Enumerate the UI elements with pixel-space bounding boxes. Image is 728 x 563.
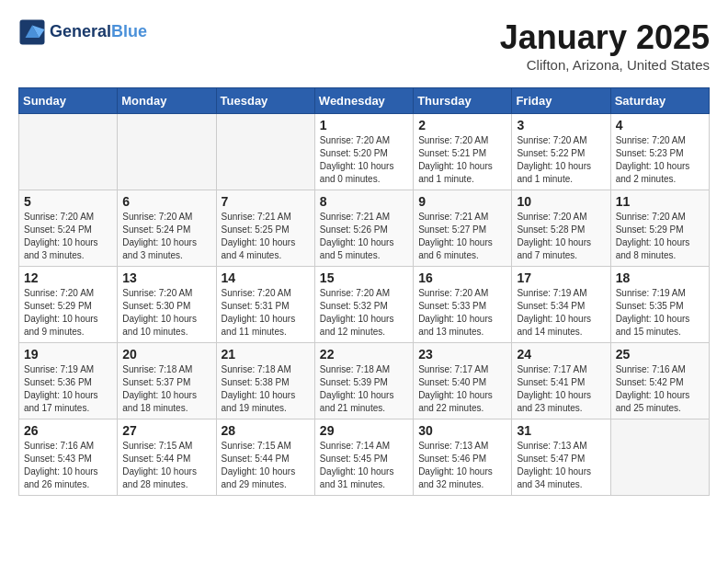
day-number: 24 [517,347,605,362]
day-info: Sunrise: 7:20 AMSunset: 5:30 PMDaylight:… [122,287,210,339]
day-info: Sunrise: 7:20 AMSunset: 5:24 PMDaylight:… [122,211,210,262]
day-info: Sunrise: 7:17 AMSunset: 5:41 PMDaylight:… [517,363,605,415]
day-info: Sunrise: 7:18 AMSunset: 5:38 PMDaylight:… [222,363,310,415]
day-info: Sunrise: 7:20 AMSunset: 5:24 PMDaylight:… [24,211,112,262]
day-number: 30 [418,423,506,438]
logo: GeneralBlue [18,18,147,46]
calendar-cell: 29Sunrise: 7:14 AMSunset: 5:45 PMDayligh… [314,419,413,496]
day-number: 4 [616,118,704,132]
day-info: Sunrise: 7:18 AMSunset: 5:39 PMDaylight:… [320,363,408,415]
col-header-wednesday: Wednesday [314,88,413,114]
day-info: Sunrise: 7:16 AMSunset: 5:42 PMDaylight:… [616,363,704,415]
day-number: 26 [24,423,112,438]
calendar-cell: 12Sunrise: 7:20 AMSunset: 5:29 PMDayligh… [19,267,118,343]
day-info: Sunrise: 7:20 AMSunset: 5:29 PMDaylight:… [24,287,112,339]
calendar-cell: 16Sunrise: 7:20 AMSunset: 5:33 PMDayligh… [414,267,512,343]
logo-icon [18,18,46,46]
day-number: 27 [122,423,210,438]
calendar-cell: 27Sunrise: 7:15 AMSunset: 5:44 PMDayligh… [118,419,216,496]
col-header-thursday: Thursday [414,88,512,114]
calendar-cell: 23Sunrise: 7:17 AMSunset: 5:40 PMDayligh… [414,343,512,419]
calendar-cell [118,114,216,190]
calendar-cell: 11Sunrise: 7:20 AMSunset: 5:29 PMDayligh… [610,190,709,267]
calendar: SundayMondayTuesdayWednesdayThursdayFrid… [18,87,710,496]
calendar-cell: 28Sunrise: 7:15 AMSunset: 5:44 PMDayligh… [216,419,314,496]
day-number: 17 [517,270,605,285]
calendar-cell: 2Sunrise: 7:20 AMSunset: 5:21 PMDaylight… [414,114,512,190]
col-header-friday: Friday [512,88,610,114]
calendar-cell: 3Sunrise: 7:20 AMSunset: 5:22 PMDaylight… [512,114,610,190]
location: Clifton, Arizona, United States [500,57,710,73]
day-info: Sunrise: 7:20 AMSunset: 5:31 PMDaylight:… [222,287,310,339]
calendar-week-5: 26Sunrise: 7:16 AMSunset: 5:43 PMDayligh… [19,419,710,496]
day-info: Sunrise: 7:15 AMSunset: 5:44 PMDaylight:… [122,440,210,491]
day-number: 13 [122,270,210,285]
day-number: 3 [517,118,605,132]
calendar-cell: 6Sunrise: 7:20 AMSunset: 5:24 PMDaylight… [118,190,216,267]
day-info: Sunrise: 7:21 AMSunset: 5:27 PMDaylight:… [418,211,506,262]
calendar-cell: 17Sunrise: 7:19 AMSunset: 5:34 PMDayligh… [512,267,610,343]
page-header: GeneralBlue January 2025 Clifton, Arizon… [18,18,710,73]
day-number: 1 [320,118,408,132]
calendar-cell: 5Sunrise: 7:20 AMSunset: 5:24 PMDaylight… [19,190,118,267]
month-title: January 2025 [500,18,710,57]
day-number: 19 [24,347,112,362]
calendar-week-4: 19Sunrise: 7:19 AMSunset: 5:36 PMDayligh… [19,343,710,419]
day-number: 31 [517,423,605,438]
day-info: Sunrise: 7:20 AMSunset: 5:20 PMDaylight:… [320,134,408,186]
calendar-cell: 21Sunrise: 7:18 AMSunset: 5:38 PMDayligh… [216,343,314,419]
calendar-cell: 24Sunrise: 7:17 AMSunset: 5:41 PMDayligh… [512,343,610,419]
day-number: 20 [122,347,210,362]
day-info: Sunrise: 7:20 AMSunset: 5:28 PMDaylight:… [517,211,605,262]
day-number: 10 [517,194,605,209]
calendar-cell: 10Sunrise: 7:20 AMSunset: 5:28 PMDayligh… [512,190,610,267]
calendar-cell: 22Sunrise: 7:18 AMSunset: 5:39 PMDayligh… [314,343,413,419]
calendar-cell: 15Sunrise: 7:20 AMSunset: 5:32 PMDayligh… [314,267,413,343]
day-number: 5 [24,194,112,209]
day-number: 21 [222,347,310,362]
calendar-cell: 14Sunrise: 7:20 AMSunset: 5:31 PMDayligh… [216,267,314,343]
day-number: 6 [122,194,210,209]
day-info: Sunrise: 7:18 AMSunset: 5:37 PMDaylight:… [122,363,210,415]
calendar-cell [19,114,118,190]
day-info: Sunrise: 7:14 AMSunset: 5:45 PMDaylight:… [320,440,408,491]
day-number: 2 [418,118,506,132]
day-info: Sunrise: 7:20 AMSunset: 5:33 PMDaylight:… [418,287,506,339]
day-number: 23 [418,347,506,362]
col-header-monday: Monday [118,88,216,114]
day-number: 9 [418,194,506,209]
calendar-cell: 19Sunrise: 7:19 AMSunset: 5:36 PMDayligh… [19,343,118,419]
day-info: Sunrise: 7:20 AMSunset: 5:29 PMDaylight:… [616,211,704,262]
calendar-cell: 7Sunrise: 7:21 AMSunset: 5:25 PMDaylight… [216,190,314,267]
day-info: Sunrise: 7:13 AMSunset: 5:46 PMDaylight:… [418,440,506,491]
calendar-cell: 4Sunrise: 7:20 AMSunset: 5:23 PMDaylight… [610,114,709,190]
calendar-header-row: SundayMondayTuesdayWednesdayThursdayFrid… [19,88,710,114]
day-info: Sunrise: 7:20 AMSunset: 5:32 PMDaylight:… [320,287,408,339]
day-number: 7 [222,194,310,209]
day-info: Sunrise: 7:19 AMSunset: 5:35 PMDaylight:… [616,287,704,339]
calendar-cell: 20Sunrise: 7:18 AMSunset: 5:37 PMDayligh… [118,343,216,419]
day-number: 15 [320,270,408,285]
day-number: 29 [320,423,408,438]
title-block: January 2025 Clifton, Arizona, United St… [500,18,710,73]
day-number: 28 [222,423,310,438]
day-number: 25 [616,347,704,362]
day-number: 14 [222,270,310,285]
day-info: Sunrise: 7:17 AMSunset: 5:40 PMDaylight:… [418,363,506,415]
calendar-cell: 30Sunrise: 7:13 AMSunset: 5:46 PMDayligh… [414,419,512,496]
calendar-body: 1Sunrise: 7:20 AMSunset: 5:20 PMDaylight… [19,114,710,496]
col-header-saturday: Saturday [610,88,709,114]
day-number: 22 [320,347,408,362]
logo-text: GeneralBlue [50,23,147,41]
day-info: Sunrise: 7:19 AMSunset: 5:36 PMDaylight:… [24,363,112,415]
day-info: Sunrise: 7:16 AMSunset: 5:43 PMDaylight:… [24,440,112,491]
calendar-cell: 8Sunrise: 7:21 AMSunset: 5:26 PMDaylight… [314,190,413,267]
day-number: 18 [616,270,704,285]
day-info: Sunrise: 7:20 AMSunset: 5:22 PMDaylight:… [517,134,605,186]
day-number: 11 [616,194,704,209]
day-number: 8 [320,194,408,209]
calendar-cell [610,419,709,496]
day-number: 16 [418,270,506,285]
calendar-cell [216,114,314,190]
calendar-cell: 25Sunrise: 7:16 AMSunset: 5:42 PMDayligh… [610,343,709,419]
